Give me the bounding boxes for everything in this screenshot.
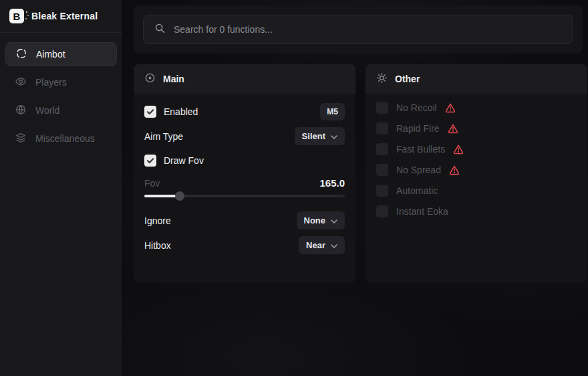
gear-icon	[376, 72, 388, 86]
fov-slider[interactable]	[144, 191, 345, 201]
aim-type-row: Aim Type Silent	[144, 127, 345, 145]
panel-title: Other	[395, 74, 420, 84]
search-input[interactable]: Search for 0 functions...	[143, 15, 573, 44]
ignore-row: Ignore None	[144, 211, 345, 229]
other-panel-header: Other	[365, 64, 587, 94]
option-rapid-fire[interactable]: Rapid Fire	[376, 122, 577, 134]
instant-eoka-checkbox[interactable]	[376, 205, 388, 217]
eye-icon	[15, 76, 27, 90]
draw-fov-checkbox[interactable]	[144, 155, 156, 167]
other-panel-body: No Recoil Rapid Fire Fast Bullets No Spr…	[365, 94, 587, 236]
checkmark-icon	[146, 108, 154, 116]
option-automatic[interactable]: Automatic	[376, 185, 577, 197]
sidebar-item-aimbot[interactable]: Aimbot	[5, 42, 117, 66]
sidebar-item-world[interactable]: World	[5, 98, 117, 122]
rapid-fire-checkbox[interactable]	[376, 122, 388, 134]
sidebar-item-players[interactable]: Players	[5, 70, 117, 94]
fast-bullets-checkbox[interactable]	[376, 143, 388, 155]
hitbox-row: Hitbox Near	[144, 236, 345, 254]
ignore-dropdown[interactable]: None	[297, 211, 345, 229]
no-spread-checkbox[interactable]	[376, 164, 388, 176]
hitbox-label: Hitbox	[144, 240, 171, 251]
ignore-label: Ignore	[144, 215, 171, 226]
fov-label: Fov	[144, 178, 160, 189]
sidebar-item-label: Aimbot	[36, 49, 65, 60]
automatic-checkbox[interactable]	[376, 185, 388, 197]
aim-type-value: Silent	[302, 131, 325, 141]
layers-icon	[15, 132, 27, 146]
ignore-value: None	[304, 215, 326, 225]
fov-slider-thumb[interactable]	[175, 191, 184, 201]
fov-row: Fov 165.0	[144, 177, 345, 189]
enabled-row: Enabled M5	[144, 103, 345, 120]
checkmark-icon	[146, 157, 154, 165]
no-recoil-checkbox[interactable]	[376, 102, 388, 114]
option-no-recoil[interactable]: No Recoil	[376, 102, 577, 114]
chevron-down-icon	[331, 240, 337, 250]
hitbox-dropdown[interactable]: Near	[299, 236, 345, 254]
sidebar-header: B Bleak External	[0, 0, 122, 33]
sidebar-nav: Aimbot Players World	[0, 33, 122, 160]
target-icon	[144, 72, 156, 86]
warning-icon	[453, 144, 464, 155]
enabled-checkbox[interactable]	[144, 106, 156, 118]
other-panel: Other No Recoil Rapid Fire Fast Bullets	[365, 64, 587, 283]
option-label: Automatic	[396, 185, 438, 196]
main-panel-body: Enabled M5 Aim Type Silent Draw Fov Fov	[134, 94, 355, 264]
aim-type-dropdown[interactable]: Silent	[295, 127, 345, 145]
fov-value: 165.0	[319, 177, 345, 189]
option-label: Rapid Fire	[396, 123, 440, 134]
draw-fov-label: Draw Fov	[164, 155, 204, 166]
keybind-button[interactable]: M5	[320, 103, 345, 120]
sidebar-item-label: Players	[35, 77, 67, 88]
search-placeholder: Search for 0 functions...	[174, 24, 273, 35]
enabled-label: Enabled	[164, 106, 198, 117]
option-no-spread[interactable]: No Spread	[376, 164, 577, 176]
warning-icon	[445, 102, 456, 113]
chevron-down-icon	[331, 215, 337, 225]
app-title: Bleak External	[31, 11, 98, 21]
search-panel: Search for 0 functions...	[134, 5, 583, 54]
sidebar-item-label: World	[35, 105, 59, 116]
panel-title: Main	[163, 74, 184, 84]
warning-icon	[448, 123, 458, 134]
main-panel-header: Main	[134, 64, 355, 94]
aim-type-label: Aim Type	[144, 131, 183, 142]
draw-fov-row: Draw Fov	[144, 152, 345, 169]
sidebar-item-label: Miscellaneous	[35, 133, 95, 144]
search-icon	[154, 23, 166, 37]
option-label: Instant Eoka	[396, 206, 448, 217]
chevron-down-icon	[331, 131, 337, 141]
globe-icon	[15, 104, 27, 118]
option-label: No Spread	[396, 165, 441, 175]
hitbox-value: Near	[306, 240, 325, 250]
option-label: Fast Bullets	[396, 144, 445, 155]
app-logo: B	[9, 9, 24, 23]
option-instant-eoka[interactable]: Instant Eoka	[376, 205, 577, 217]
crosshair-icon	[15, 48, 27, 62]
sidebar-item-miscellaneous[interactable]: Miscellaneous	[5, 126, 117, 151]
sidebar: B Bleak External Aimbot Players	[0, 0, 123, 376]
warning-icon	[449, 165, 460, 175]
option-label: No Recoil	[396, 102, 437, 113]
main-panel: Main Enabled M5 Aim Type Silent	[134, 64, 355, 283]
option-fast-bullets[interactable]: Fast Bullets	[376, 143, 577, 155]
app-logo-letter: B	[13, 11, 21, 22]
